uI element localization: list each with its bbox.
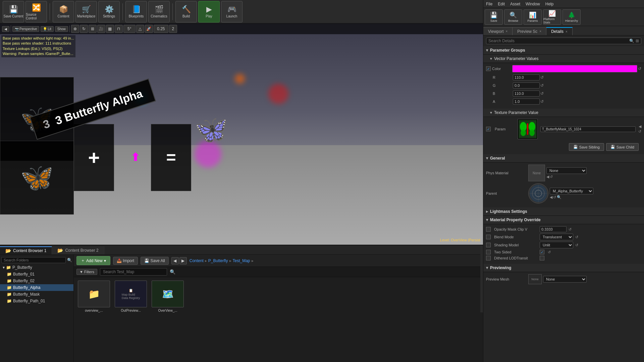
folder-butterfly-path[interactable]: 📁 Butterfly_Path_01 [0, 298, 73, 304]
tab-preview-sc[interactable]: Preview Sc × [513, 27, 546, 35]
browse-button[interactable]: 🔍 Browse [504, 9, 522, 25]
vp-icon-grid[interactable]: ▦ [106, 25, 114, 33]
vector-params-header[interactable]: ▾ Vector Parameter Values [483, 55, 644, 63]
tab-viewport[interactable]: Viewport × [483, 27, 513, 35]
shading-reset-btn[interactable]: ↺ [575, 243, 578, 247]
vp-icon-num[interactable]: 2 [169, 25, 177, 33]
phys-nav-btn[interactable]: ◀ [546, 175, 549, 179]
save-all-button[interactable]: 💾 Save All [141, 257, 169, 265]
opacity-reset-btn[interactable]: ↺ [569, 227, 572, 232]
cinematics-button[interactable]: 🎬 Cinematics [148, 1, 170, 22]
search-content-icon[interactable]: 🔍 [170, 269, 175, 275]
breadcrumb-p-butterfly[interactable]: P_Butterfly [208, 258, 228, 263]
b-input[interactable] [513, 90, 540, 97]
preview-mesh-select[interactable]: None [543, 276, 587, 283]
import-button[interactable]: 📥 Import [113, 257, 138, 265]
material-override-header[interactable]: ▾ Material Property Override [483, 216, 644, 224]
nav-back-button[interactable]: ◀ [171, 257, 179, 264]
tab-details-close[interactable]: × [566, 30, 568, 34]
folder-butterfly-02[interactable]: 📁 Butterfly_02 [0, 278, 73, 284]
param-groups-header[interactable]: ▾ Parameter Groups [483, 46, 644, 55]
blend-mode-select[interactable]: Translucent [540, 234, 573, 240]
save-current-button[interactable]: 💾 Save Current [3, 1, 24, 22]
phys-refresh-btn[interactable]: ↺ [550, 175, 553, 179]
vp-icon-value[interactable]: 0.25 [154, 25, 168, 33]
tab-details[interactable]: Details × [546, 27, 573, 35]
breadcrumb-content[interactable]: Content [190, 258, 204, 263]
folder-search-input[interactable] [1, 257, 66, 263]
blueprints-button[interactable]: 📘 Blueprints [125, 1, 147, 22]
vp-icon-angle[interactable]: △ [136, 25, 144, 33]
parent-refresh-btn[interactable]: ↺ [553, 195, 556, 199]
tab-preview-close[interactable]: × [539, 29, 541, 33]
folder-p-butterfly[interactable]: ▾ 📁 P_Butterfly [0, 264, 73, 271]
build-button[interactable]: 🔨 Build [175, 1, 197, 22]
r-input[interactable] [513, 74, 540, 80]
menu-file[interactable]: File [486, 2, 492, 6]
asset-tile-outpreview[interactable]: 📋 Map BuildData Registry OutPreview... [114, 281, 148, 312]
texture-nav-back[interactable]: ◀ [638, 124, 641, 129]
blend-reset-btn[interactable]: ↺ [575, 235, 578, 239]
texture-param-header[interactable]: ▾ Texture Parameter Value [483, 109, 644, 117]
details-grid-icon[interactable]: ⊞ [636, 39, 639, 43]
color-checkbox[interactable] [486, 66, 491, 71]
previewing-section-header[interactable]: ▾ Previewing [483, 264, 644, 272]
add-new-button[interactable]: ＋ Add New ▾ [76, 256, 110, 265]
play-button[interactable]: ▶ Play [198, 1, 220, 22]
parent-browse-btn[interactable]: 🔍 [557, 195, 561, 199]
content-browser-tab-1[interactable]: 📂 Content Browser 1 [0, 246, 52, 254]
blend-checkbox[interactable] [486, 235, 491, 239]
two-sided-reset-btn[interactable]: ↺ [548, 250, 551, 254]
filters-button[interactable]: ▼ Filters [76, 269, 97, 275]
dithered-checkbox[interactable] [486, 256, 491, 260]
viewport[interactable]: 3 3 Butterfly Alpha 🦋 🦋 + = ⬆ 🦋 Base pas… [0, 23, 483, 245]
two-sided-value-checkbox[interactable] [540, 250, 544, 254]
params-button[interactable]: 📊 Params [524, 9, 542, 25]
color-reset-btn[interactable]: ↺ [638, 66, 641, 71]
launch-button[interactable]: 🎮 Launch [221, 1, 243, 22]
b-reset-btn[interactable]: ↺ [540, 91, 544, 96]
save-rtool-button[interactable]: 💾 Save [485, 9, 503, 25]
platform-stats-button[interactable]: 📈 Platform Stats [543, 9, 561, 25]
settings-button[interactable]: ⚙️ Settings [98, 1, 120, 22]
shading-model-select[interactable]: Unlit [540, 242, 573, 248]
folder-butterfly-alpha[interactable]: 📁 Butterfly_Alpha [0, 284, 73, 291]
parent-nav-btn[interactable]: ◀ [550, 195, 552, 199]
texture-thumbnail[interactable] [518, 119, 538, 139]
two-sided-checkbox[interactable] [486, 250, 491, 254]
search-details-icon[interactable]: 🔍 [629, 39, 634, 43]
vp-icon-snap[interactable]: ⊓ [115, 25, 123, 33]
folder-butterfly-mask[interactable]: 📁 Butterfly_Mask [0, 291, 73, 298]
save-sibling-button[interactable]: 💾 Save Sibling [569, 143, 604, 151]
search-details-input[interactable] [488, 39, 629, 43]
asset-tile-overview2[interactable]: 🗺️ OverView_... [151, 281, 184, 312]
folder-butterfly-01[interactable]: 📁 Butterfly_01 [0, 271, 73, 278]
vp-icon-translate[interactable]: ⊕ [71, 25, 79, 33]
vp-icon-deg[interactable]: 5° [123, 25, 136, 33]
opacity-input[interactable] [540, 226, 567, 232]
g-input[interactable] [513, 82, 540, 88]
vp-icon-speed[interactable]: 🚀 [145, 25, 153, 33]
lit-btn[interactable]: 💡 Lit [41, 26, 54, 32]
texture-refresh[interactable]: ↺ [638, 129, 641, 134]
nav-forward-button[interactable]: ▶ [179, 257, 187, 264]
hierarchy-button[interactable]: 🌲 Hierarchy [562, 9, 581, 25]
menu-help[interactable]: Help [545, 2, 554, 6]
viewport-toggle-btn[interactable]: ◀ [2, 26, 9, 32]
a-input[interactable] [513, 99, 540, 105]
vp-icon-camera[interactable]: 🎥 [97, 25, 105, 33]
menu-window[interactable]: Window [526, 2, 540, 6]
g-reset-btn[interactable]: ↺ [540, 83, 544, 88]
dithered-value-checkbox[interactable] [540, 256, 544, 260]
vp-icon-rotate[interactable]: ↻ [80, 25, 88, 33]
breadcrumb-test-map[interactable]: Test_Map [233, 258, 250, 263]
lightmass-section-header[interactable]: ▸ Lightmass Settings [483, 207, 644, 216]
marketplace-button[interactable]: 🛒 Marketplace [75, 1, 97, 22]
a-reset-btn[interactable]: ↺ [540, 99, 544, 104]
content-browser-tab-2[interactable]: 📂 Content Browser 2 [52, 246, 104, 254]
vp-icon-scale[interactable]: ⊞ [89, 25, 97, 33]
show-btn[interactable]: Show [55, 26, 68, 32]
color-swatch[interactable] [512, 65, 637, 72]
texture-name-input[interactable] [540, 126, 636, 132]
phys-material-select[interactable]: None [546, 167, 587, 174]
